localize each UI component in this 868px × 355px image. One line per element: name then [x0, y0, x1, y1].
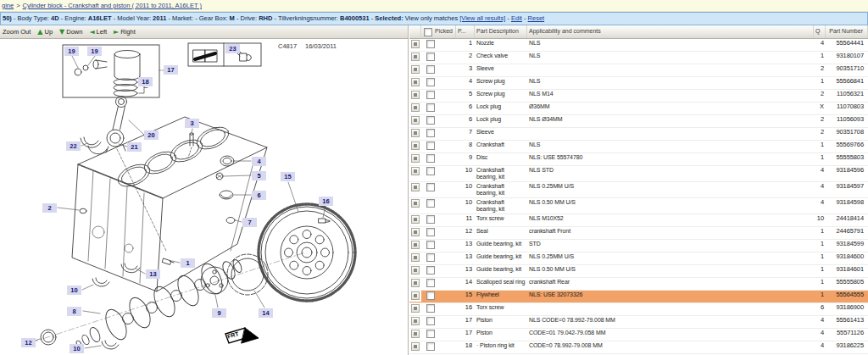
callout-label-18[interactable]: 18 — [138, 77, 153, 86]
expand-row-icon[interactable] — [411, 91, 420, 99]
table-row[interactable]: 9 Disc NLS: USE 55574780 1 55555803 — [409, 153, 868, 166]
picked-checkbox[interactable] — [426, 342, 435, 351]
expand-row-icon[interactable] — [411, 266, 420, 275]
expand-row-icon[interactable] — [411, 183, 420, 191]
table-row[interactable]: 6 Lock plug NLS Ø34MM 2 11056093 — [409, 115, 868, 128]
header-part-number[interactable]: Part Number — [826, 25, 868, 38]
picked-checkbox[interactable] — [426, 199, 435, 208]
callout-label-19[interactable]: 19 — [87, 47, 102, 56]
picked-checkbox[interactable] — [426, 317, 435, 325]
expand-row-icon[interactable] — [411, 40, 420, 48]
callout-label-1[interactable]: 1 — [181, 258, 195, 268]
picked-checkbox[interactable] — [426, 167, 435, 175]
picked-checkbox[interactable] — [426, 253, 435, 262]
pan-up-button[interactable]: ▲Up — [37, 28, 53, 36]
filter-segment[interactable]: [View all results] — [459, 14, 505, 22]
callout-label-6[interactable]: 6 — [252, 191, 266, 200]
expand-row-icon[interactable] — [411, 215, 420, 224]
picked-checkbox[interactable] — [426, 53, 435, 61]
callout-label-20[interactable]: 20 — [144, 130, 159, 140]
diagram-canvas[interactable]: C4817 16/03/2011 FRT 1919171823320212224… — [0, 39, 409, 355]
picked-checkbox[interactable] — [426, 228, 435, 236]
expand-row-icon[interactable] — [411, 103, 420, 112]
table-row[interactable]: 16 Torx screw 6 93186900 — [409, 303, 868, 316]
breadcrumb-link-engine[interactable]: gine — [2, 2, 14, 9]
expand-row-icon[interactable] — [411, 116, 420, 125]
pan-down-button[interactable]: ▼Down — [59, 28, 82, 36]
expand-row-icon[interactable] — [411, 78, 420, 86]
picked-checkbox[interactable] — [426, 65, 435, 74]
table-row[interactable]: 13 Guide bearing, kit STD 1 93184599 — [409, 240, 868, 252]
table-row[interactable]: 8 Crankshaft NLS 1 55569766 — [409, 141, 868, 153]
callout-label-22[interactable]: 22 — [66, 141, 81, 151]
expand-row-icon[interactable] — [411, 304, 420, 313]
zoom-out-button[interactable]: Zoom Out — [3, 28, 31, 36]
callout-label-5[interactable]: 5 — [252, 171, 266, 180]
callout-label-23[interactable]: 23 — [225, 44, 240, 53]
callout-label-3[interactable]: 3 — [185, 119, 199, 128]
pan-left-button[interactable]: ◄Left — [89, 28, 107, 36]
picked-checkbox[interactable] — [426, 116, 435, 125]
expand-row-icon[interactable] — [411, 167, 420, 175]
picked-checkbox[interactable] — [426, 304, 435, 313]
callout-label-7[interactable]: 7 — [242, 218, 257, 227]
header-applicability[interactable]: Applicability and comments — [527, 25, 814, 38]
expand-row-icon[interactable] — [411, 317, 420, 325]
callout-label-19[interactable]: 19 — [64, 47, 79, 56]
callout-label-10[interactable]: 10 — [70, 344, 84, 353]
callout-label-14[interactable]: 14 — [259, 308, 273, 318]
picked-checkbox[interactable] — [426, 141, 435, 150]
table-row[interactable]: 6 Lock plug Ø36MM X 11070803 — [409, 103, 868, 115]
expand-row-icon[interactable] — [411, 199, 420, 208]
callout-label-4[interactable]: 4 — [252, 157, 266, 166]
expand-row-icon[interactable] — [411, 291, 420, 300]
table-row[interactable]: 3 Sleeve 2 90351710 — [409, 64, 868, 77]
expand-row-icon[interactable] — [411, 141, 420, 150]
callout-label-12[interactable]: 12 — [21, 338, 36, 347]
expand-row-icon[interactable] — [411, 65, 420, 74]
table-row[interactable]: 10 Crankshaft bearing, kit NLS 0.50 MM U… — [409, 198, 868, 214]
table-row[interactable]: 17 Piston CODE=01 79.042-79.058 MM 4 555… — [409, 329, 868, 341]
table-row[interactable]: 12 Seal crankshaft Front 1 24465791 — [409, 227, 868, 240]
table-row[interactable]: 4 Screw plug NLS 1 55566841 — [409, 77, 868, 90]
expand-row-icon[interactable] — [411, 279, 420, 287]
picked-checkbox[interactable] — [426, 279, 435, 287]
picked-checkbox[interactable] — [426, 183, 435, 191]
table-row-selected[interactable]: 15 Flywheel NLS: USE 32073326 1 55564555 — [409, 291, 868, 303]
expand-row-icon[interactable] — [411, 129, 420, 137]
expand-row-icon[interactable] — [411, 253, 420, 262]
table-row[interactable]: 13 Guide bearing, kit NLS 0.25MM U/S 1 9… — [409, 252, 868, 265]
pan-right-button[interactable]: ►Right — [114, 28, 136, 36]
callout-label-16[interactable]: 16 — [319, 197, 333, 206]
table-row[interactable]: 1 Nozzle NLS 4 55564441 — [409, 39, 868, 52]
picked-checkbox[interactable] — [426, 291, 435, 300]
picked-checkbox[interactable] — [426, 103, 435, 112]
picked-all-checkbox[interactable] — [424, 28, 432, 36]
callout-label-8[interactable]: 8 — [67, 307, 81, 316]
table-row[interactable]: 5 Screw plug NLS M14 2 11056321 — [409, 90, 868, 103]
callout-label-9[interactable]: 9 — [212, 308, 226, 318]
filter-segment[interactable]: Edit — [511, 14, 522, 22]
table-row[interactable]: 10 Crankshaft bearing, kit NLS STD 4 931… — [409, 166, 868, 182]
callout-label-17[interactable]: 17 — [164, 65, 178, 75]
picked-checkbox[interactable] — [426, 78, 435, 86]
expand-row-icon[interactable] — [411, 330, 420, 338]
callout-label-13[interactable]: 13 — [146, 269, 160, 279]
table-row[interactable]: 11 Torx screw NLS M10X52 10 24418414 — [409, 214, 868, 227]
table-row[interactable]: 7 Sleeve 2 90351708 — [409, 128, 868, 141]
expand-row-icon[interactable] — [411, 53, 420, 61]
picked-checkbox[interactable] — [426, 330, 435, 338]
header-part-description[interactable]: Part Description — [475, 25, 527, 38]
expand-row-icon[interactable] — [411, 241, 420, 249]
picked-checkbox[interactable] — [426, 241, 435, 249]
header-pos[interactable]: P... — [456, 25, 475, 38]
table-row[interactable]: 18 · Piston ring kit CODE=0 78.992-79.00… — [409, 341, 868, 354]
expand-row-icon[interactable] — [411, 342, 420, 351]
table-row[interactable]: 2 Check valve NLS 1 93180107 — [409, 52, 868, 64]
picked-checkbox[interactable] — [426, 129, 435, 137]
picked-checkbox[interactable] — [426, 40, 435, 48]
callout-label-2[interactable]: 2 — [42, 203, 57, 213]
filter-segment[interactable]: Reset — [528, 14, 545, 22]
callout-label-10[interactable]: 10 — [67, 286, 81, 295]
picked-checkbox[interactable] — [426, 215, 435, 224]
